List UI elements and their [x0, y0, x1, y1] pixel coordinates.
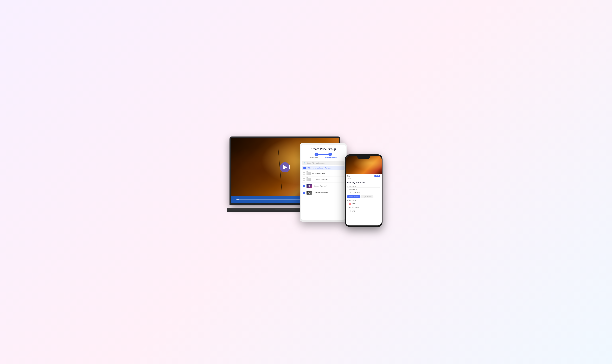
- button-text-colour-value: #ffffff: [352, 210, 376, 212]
- step-2-label: Content Selection: [325, 157, 337, 158]
- make-default-row[interactable]: Make Default Theme: [347, 192, 380, 194]
- file-checkbox-1[interactable]: [303, 178, 305, 181]
- button-colour-label: Button Colour: [347, 200, 380, 201]
- step-2-circle: 2: [328, 153, 332, 156]
- theme-name-label: Theme Name: [347, 185, 380, 187]
- button-colour-swatch: [349, 203, 351, 205]
- skip-forward-button[interactable]: ⏭: [233, 198, 235, 201]
- splash-screen-tab[interactable]: Splash Screen: [347, 195, 360, 198]
- phone-content-info: Title: [347, 175, 350, 177]
- phone-paywall-body: New Paywall Theme Theme Name Make Defaul…: [346, 180, 382, 216]
- make-default-checkbox[interactable]: [347, 192, 349, 194]
- folder-icon-1: [306, 178, 311, 181]
- tablet-header: Create Price Group ✓ 2 Group Details Con…: [301, 145, 346, 161]
- theme-name-input[interactable]: [347, 187, 380, 191]
- file-item-2[interactable]: ✓ Comcast Sportsnet: [302, 183, 345, 189]
- screen-tabs: Splash Screen Login Screen: [347, 195, 380, 198]
- play-skip-icon: [283, 165, 287, 169]
- check-3: ✓: [303, 192, 305, 194]
- create-price-group-title: Create Price Group: [303, 147, 344, 151]
- file-name-3: Cable America Corp: [314, 192, 328, 194]
- file-thumb-play-3: [308, 192, 310, 194]
- breadcrumb-part1: All Files: [306, 167, 311, 169]
- button-text-colour-swatch: [349, 210, 351, 212]
- colour-select-arrow: ▼: [377, 203, 379, 205]
- phone-content-title: Title: [347, 175, 350, 177]
- breadcrumb-sep1: ›: [312, 167, 312, 169]
- breadcrumb-sep2: ›: [324, 167, 324, 169]
- button-colour-select[interactable]: #ff8990 ▼: [347, 202, 380, 206]
- breadcrumb-part3: Random...: [325, 167, 331, 169]
- file-checkbox-2[interactable]: ✓: [303, 185, 305, 187]
- step-1-label: Group Details: [309, 157, 318, 158]
- phone-screen: Title BUY Subtitle New Paywall Theme The…: [346, 156, 382, 225]
- progress-fill: [236, 199, 239, 200]
- laptop-notch: [275, 208, 295, 210]
- file-list: Telecafter Services C T V13 North Suburb…: [301, 170, 346, 197]
- file-name-0: Telecafter Services: [312, 173, 325, 174]
- login-screen-tab[interactable]: Login Screen: [361, 195, 373, 198]
- file-name-2: Comcast Sportsnet: [314, 185, 327, 187]
- play-icon: [283, 165, 287, 169]
- folder-icon-0: [306, 172, 311, 175]
- file-item-3[interactable]: ✓ Cable America Corp: [302, 189, 345, 196]
- file-item-0[interactable]: Telecafter Services: [302, 171, 345, 177]
- phone-title-row: Title BUY: [347, 175, 380, 177]
- file-thumb-3: [306, 191, 312, 195]
- main-scene: ⏭ 0:15 🔊 ↩↩ Create Price Group: [229, 136, 383, 228]
- text-colour-select-arrow: ▼: [377, 210, 379, 212]
- phone-device: Title BUY Subtitle New Paywall Theme The…: [345, 154, 383, 227]
- stepper: ✓ 2: [303, 153, 344, 156]
- search-placeholder-text: Search Title and Labels...: [307, 162, 325, 164]
- button-text-colour-select[interactable]: #ffffff ▼: [347, 209, 380, 213]
- phone-notch: [357, 156, 370, 159]
- tablet-content: Create Price Group ✓ 2 Group Details Con…: [301, 145, 346, 220]
- step-1-circle: ✓: [315, 153, 318, 156]
- phone-content-subtitle: Subtitle: [347, 178, 380, 179]
- step-1-checkmark: ✓: [316, 154, 317, 155]
- buy-button[interactable]: BUY: [374, 175, 380, 177]
- folder-icon-breadcrumb: [304, 167, 306, 169]
- tablet-device: Create Price Group ✓ 2 Group Details Con…: [300, 143, 347, 222]
- button-colour-value: #ff8990: [352, 203, 376, 205]
- phone-buy-bar: Title BUY Subtitle: [346, 174, 382, 180]
- make-default-label: Make Default Theme: [350, 192, 363, 194]
- file-item-1[interactable]: C T V13 North Suburban...: [302, 177, 345, 183]
- file-thumb-play-2: [308, 185, 310, 187]
- file-checkbox-3[interactable]: ✓: [303, 192, 305, 194]
- play-tri-3: [309, 192, 310, 193]
- file-thumb-2: [306, 184, 312, 188]
- breadcrumb[interactable]: All Files › Johanna's Folder › Random...: [302, 166, 345, 170]
- paywall-section-title: New Paywall Theme: [347, 182, 380, 184]
- step-line: [318, 154, 328, 155]
- skip-icon: [289, 165, 290, 169]
- tablet-screen: Create Price Group ✓ 2 Group Details Con…: [301, 145, 346, 220]
- search-icon: 🔍: [304, 162, 306, 164]
- step-labels: Group Details Content Selection: [303, 157, 344, 158]
- file-checkbox-0[interactable]: [303, 172, 305, 175]
- search-bar[interactable]: 🔍 Search Title and Labels...: [302, 161, 345, 165]
- play-button[interactable]: [280, 162, 290, 172]
- check-2: ✓: [303, 185, 305, 187]
- breadcrumb-part2: Johanna's Folder: [313, 167, 323, 169]
- file-name-1: C T V13 North Suburban...: [312, 179, 330, 181]
- button-text-colour-label: Button Text Colour: [347, 207, 380, 208]
- play-tri-2: [309, 185, 310, 186]
